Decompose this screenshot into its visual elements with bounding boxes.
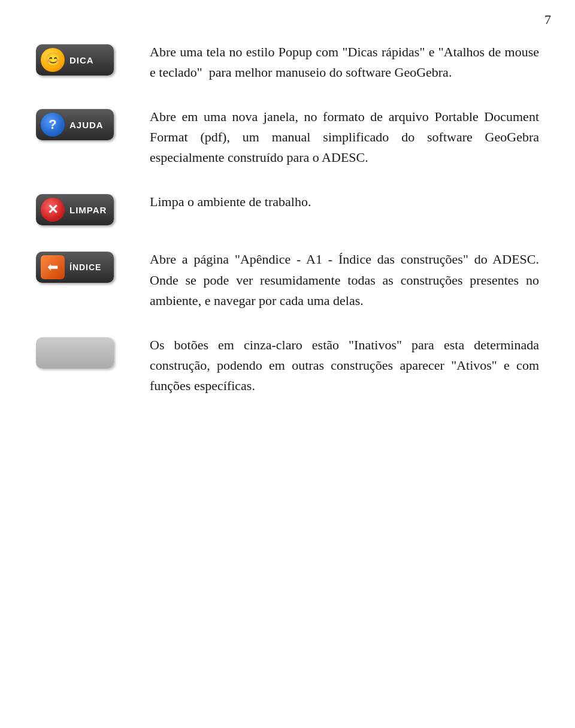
indice-button[interactable]: ⬅ ÍNDICE (36, 252, 114, 283)
limpar-button-label: LIMPAR (69, 205, 107, 215)
dica-button-label: DICA (69, 55, 94, 65)
arrow-icon: ⬅ (41, 255, 65, 279)
indice-button-label: ÍNDICE (69, 262, 101, 272)
dica-button-col: 😊 DICA (36, 42, 132, 75)
indice-text: Abre a página "Apêndice - A1 - Índice da… (150, 249, 539, 310)
section-inactive: Os botões em cinza-claro estão "Inativos… (36, 335, 539, 396)
ajuda-text: Abre em uma nova janela, no formato de a… (150, 107, 539, 168)
section-limpar: ✕ LIMPAR Limpa o ambiente de trabalho. (36, 192, 539, 225)
smiley-icon: 😊 (41, 48, 65, 72)
dica-button[interactable]: 😊 DICA (36, 44, 114, 75)
limpar-button-col: ✕ LIMPAR (36, 192, 132, 225)
ajuda-button[interactable]: ? AJUDA (36, 109, 114, 140)
section-ajuda: ? AJUDA Abre em uma nova janela, no form… (36, 107, 539, 168)
ajuda-button-col: ? AJUDA (36, 107, 132, 140)
x-icon: ✕ (41, 198, 65, 222)
ajuda-button-label: AJUDA (69, 120, 104, 130)
inactive-text: Os botões em cinza-claro estão "Inativos… (150, 335, 539, 396)
inactive-button (36, 337, 114, 368)
inactive-button-col (36, 335, 132, 368)
indice-button-col: ⬅ ÍNDICE (36, 249, 132, 283)
limpar-button[interactable]: ✕ LIMPAR (36, 194, 114, 225)
section-indice: ⬅ ÍNDICE Abre a página "Apêndice - A1 - … (36, 249, 539, 310)
question-icon: ? (41, 113, 65, 137)
dica-text: Abre uma tela no estilo Popup com "Dicas… (150, 42, 539, 83)
limpar-text: Limpa o ambiente de trabalho. (150, 192, 539, 212)
page-number: 7 (544, 12, 551, 28)
section-dica: 😊 DICA Abre uma tela no estilo Popup com… (36, 42, 539, 83)
